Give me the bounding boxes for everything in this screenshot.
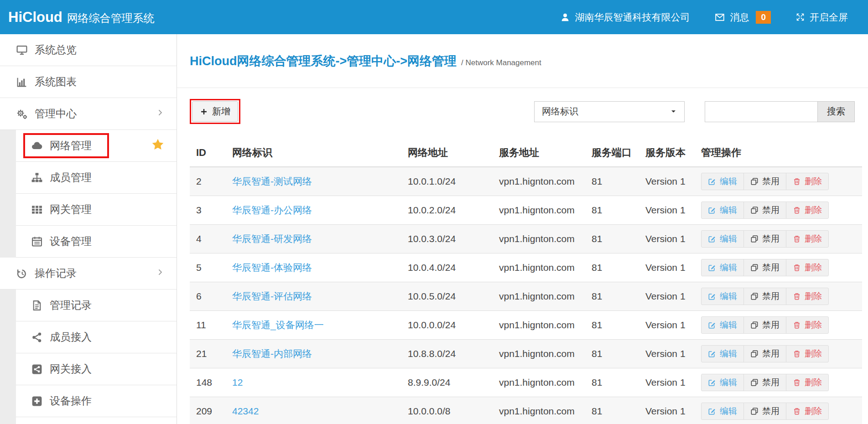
delete-button[interactable]: 删除 — [786, 374, 829, 391]
add-button[interactable]: 新增 — [192, 101, 238, 122]
clone-icon — [750, 264, 759, 272]
col-header-4: 服务端口 — [592, 140, 645, 167]
cell-service-address: vpn1.hignton.com — [499, 368, 592, 397]
cell-service-address: vpn1.hignton.com — [499, 196, 592, 224]
sidebar-item-admin-center[interactable]: 管理中心 — [0, 98, 177, 130]
cloud-icon — [30, 140, 44, 152]
edit-button[interactable]: 编辑 — [701, 230, 744, 248]
chart-icon — [15, 76, 29, 88]
sidebar-item-network-mgmt[interactable]: 网络管理 — [16, 130, 177, 162]
company-menu[interactable]: 湖南华辰智通科技有限公司 — [560, 11, 690, 24]
network-name-link[interactable]: 华辰智通_设备网络一 — [232, 320, 324, 330]
edit-button[interactable]: 编辑 — [701, 288, 744, 305]
disable-button[interactable]: 禁用 — [743, 403, 786, 420]
sidebar-item-label: 网关接入 — [50, 362, 92, 376]
fullscreen-toggle[interactable]: 开启全屏 — [795, 11, 848, 24]
messages-menu[interactable]: 消息 0 — [714, 11, 771, 24]
network-name-link[interactable]: 华辰智通-测试网络 — [232, 176, 312, 186]
delete-button[interactable]: 删除 — [786, 259, 829, 276]
network-name-link[interactable]: 华辰智通-评估网络 — [232, 291, 312, 301]
disable-button[interactable]: 禁用 — [743, 316, 786, 334]
sidebar-item-device-mgmt[interactable]: 设备管理 — [16, 226, 177, 258]
edit-button[interactable]: 编辑 — [701, 259, 744, 276]
cell-service-port: 81 — [592, 310, 645, 339]
network-name-link[interactable]: 42342 — [232, 406, 259, 416]
sidebar-item-system-charts[interactable]: 系统图表 — [0, 66, 177, 98]
clone-icon — [750, 350, 759, 358]
sidebar-nav: 系统总览系统图表管理中心网络管理成员管理网关管理设备管理操作记录管理记录成员接入… — [0, 34, 177, 424]
cell-service-address: vpn1.hignton.com — [499, 397, 592, 424]
cell-service-version: Version 1 — [645, 310, 701, 339]
cell-id: 4 — [190, 224, 232, 253]
edit-button[interactable]: 编辑 — [701, 173, 744, 190]
network-name-link[interactable]: 华辰智通-办公网络 — [232, 205, 312, 215]
cell-service-version: Version 1 — [645, 282, 701, 310]
cell-service-version: Version 1 — [645, 196, 701, 224]
col-header-0: ID — [190, 140, 232, 167]
sidebar-item-admin-records[interactable]: 管理记录 — [16, 290, 177, 321]
delete-button[interactable]: 删除 — [786, 173, 829, 190]
sitemap-icon — [30, 172, 44, 184]
network-name-link[interactable]: 华辰智通-体验网络 — [232, 262, 312, 273]
delete-button[interactable]: 删除 — [786, 403, 829, 420]
table-row: 3华辰智通-办公网络10.0.2.0/24vpn1.hignton.com81V… — [190, 196, 862, 224]
edit-button[interactable]: 编辑 — [701, 403, 744, 420]
sidebar-item-label: 设备操作 — [50, 394, 92, 408]
grid-icon — [30, 204, 44, 216]
filter-dropdown[interactable]: 网络标识 — [534, 101, 685, 122]
search-input[interactable] — [705, 101, 817, 122]
trash-icon — [793, 235, 801, 243]
cell-id: 2 — [190, 167, 232, 196]
disable-button[interactable]: 禁用 — [743, 230, 786, 248]
sidebar-item-gateway-mgmt[interactable]: 网关管理 — [16, 194, 177, 226]
trash-icon — [793, 350, 801, 358]
network-name-link[interactable]: 华辰智通-研发网络 — [232, 233, 312, 244]
sidebar-item-device-ops[interactable]: 设备操作 — [16, 385, 177, 417]
file-icon — [30, 300, 44, 311]
disable-button[interactable]: 禁用 — [743, 345, 786, 362]
col-header-5: 服务版本 — [645, 140, 701, 167]
company-name: 湖南华辰智通科技有限公司 — [575, 11, 690, 24]
delete-button[interactable]: 删除 — [786, 288, 829, 305]
edit-button[interactable]: 编辑 — [701, 345, 744, 362]
cell-network-address: 8.9.9.0/24 — [408, 368, 499, 397]
delete-button[interactable]: 删除 — [786, 202, 829, 219]
edit-button[interactable]: 编辑 — [701, 316, 744, 334]
disable-button[interactable]: 禁用 — [743, 259, 786, 276]
cell-service-address: vpn1.hignton.com — [499, 167, 592, 196]
disable-button[interactable]: 禁用 — [743, 173, 786, 190]
sidebar-item-label: 管理中心 — [35, 107, 77, 121]
cell-service-address: vpn1.hignton.com — [499, 253, 592, 282]
row-actions: 编辑禁用删除 — [701, 288, 829, 305]
edit-button[interactable]: 编辑 — [701, 202, 744, 219]
breadcrumb-title: HiCloud网络综合管理系统->管理中心->网络管理 — [190, 53, 457, 69]
sidebar-item-system-overview[interactable]: 系统总览 — [0, 34, 177, 66]
disable-button[interactable]: 禁用 — [743, 202, 786, 219]
delete-button[interactable]: 删除 — [786, 230, 829, 248]
trash-icon — [793, 292, 801, 300]
messages-label: 消息 — [730, 11, 749, 24]
edit-button[interactable]: 编辑 — [701, 374, 744, 391]
add-button-label: 新增 — [212, 105, 230, 118]
sidebar-item-gateway-access[interactable]: 网关接入 — [16, 353, 177, 385]
sidebar-item-label: 系统总览 — [35, 43, 77, 57]
share-icon — [30, 331, 44, 343]
table-row: 6华辰智通-评估网络10.0.5.0/24vpn1.hignton.com81V… — [190, 282, 862, 310]
network-name-link[interactable]: 12 — [232, 377, 243, 388]
search-button[interactable]: 搜索 — [817, 101, 855, 122]
disable-button[interactable]: 禁用 — [743, 374, 786, 391]
disable-button[interactable]: 禁用 — [743, 288, 786, 305]
clone-icon — [750, 177, 759, 186]
edit-icon — [708, 407, 716, 415]
sidebar-submenu: 网络管理成员管理网关管理设备管理 — [0, 130, 177, 258]
edit-icon — [708, 235, 716, 243]
delete-button[interactable]: 删除 — [786, 345, 829, 362]
calendar-icon — [30, 236, 44, 248]
delete-button[interactable]: 删除 — [786, 316, 829, 334]
sidebar-item-member-access[interactable]: 成员接入 — [16, 321, 177, 353]
sidebar-item-member-mgmt[interactable]: 成员管理 — [16, 162, 177, 194]
network-name-link[interactable]: 华辰智通-内部网络 — [232, 348, 312, 359]
sidebar-item-op-records[interactable]: 操作记录 — [0, 258, 177, 290]
sidebar-item-label: 网关管理 — [50, 202, 92, 217]
logo-brand: HiCloud — [8, 9, 62, 26]
